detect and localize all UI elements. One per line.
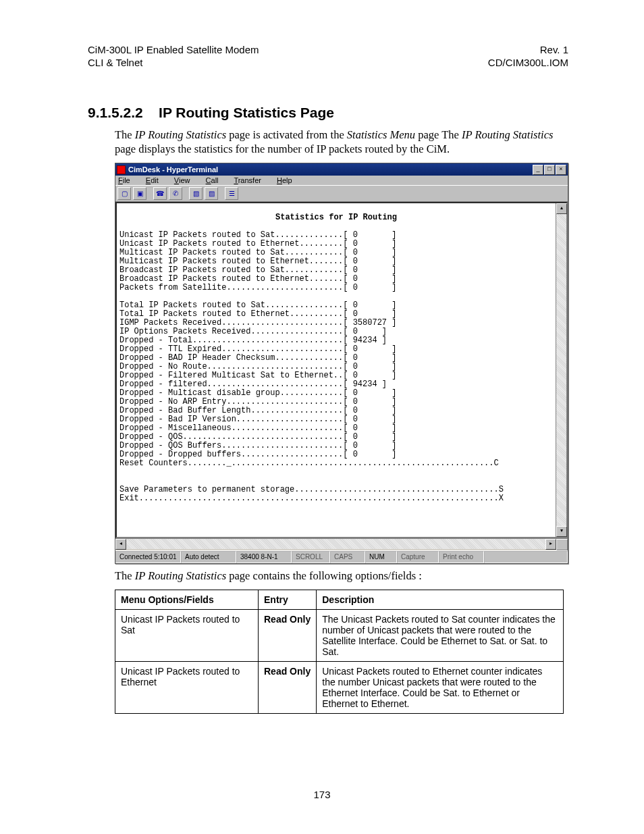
status-printecho: Print echo: [439, 551, 484, 563]
cell-entry: Read Only: [259, 662, 317, 714]
status-bar: Connected 5:10:01 Auto detect 38400 8-N-…: [115, 550, 568, 563]
toolbar: ▢ ▣ ☎ ✆ ▧ ▨ ☰: [115, 185, 568, 202]
after-terminal-text: The IP Routing Statistics page contains …: [115, 569, 568, 583]
status-scroll: SCROLL: [292, 551, 330, 563]
table-row: Unicast IP Packets routed to SatRead Onl…: [115, 610, 564, 662]
header-right-1: Rev. 1: [488, 44, 568, 57]
horizontal-scrollbar[interactable]: ◂ ▸: [115, 539, 556, 549]
scroll-right-icon[interactable]: ▸: [545, 539, 556, 550]
menu-transfer[interactable]: Transfer: [234, 176, 268, 184]
table-head-menu: Menu Options/Fields: [115, 590, 259, 610]
toolbar-connect-icon[interactable]: ☎: [153, 187, 167, 200]
header-left-2: CLI & Telnet: [88, 57, 259, 70]
cell-menu-option: Unicast IP Packets routed to Ethernet: [115, 662, 259, 714]
cell-description: Unicast Packets routed to Ethernet count…: [317, 662, 564, 714]
page-header: CiM-300L IP Enabled Satellite Modem CLI …: [88, 44, 568, 70]
terminal-output[interactable]: Statistics for IP Routing Unicast IP Pac…: [117, 203, 556, 537]
table-row: Unicast IP Packets routed to EthernetRea…: [115, 662, 564, 714]
cell-menu-option: Unicast IP Packets routed to Sat: [115, 610, 259, 662]
toolbar-new-icon[interactable]: ▢: [117, 187, 131, 200]
resize-grip-icon[interactable]: [556, 539, 568, 550]
vertical-scrollbar[interactable]: ▴ ▾: [556, 203, 566, 537]
menu-help[interactable]: Help: [277, 176, 299, 184]
toolbar-disconnect-icon[interactable]: ✆: [169, 187, 182, 200]
options-table: Menu Options/Fields Entry Description Un…: [115, 590, 564, 714]
section-heading: 9.1.5.2.2 IP Routing Statistics Page: [88, 105, 568, 121]
toolbar-receive-icon[interactable]: ▨: [205, 187, 218, 200]
status-capture: Capture: [397, 551, 439, 563]
minimize-button[interactable]: _: [533, 165, 543, 175]
status-detect: Auto detect: [181, 551, 236, 563]
toolbar-properties-icon[interactable]: ☰: [225, 187, 238, 200]
header-right-2: CD/CIM300L.IOM: [488, 57, 568, 70]
cell-entry: Read Only: [259, 610, 317, 662]
scroll-left-icon[interactable]: ◂: [115, 539, 126, 550]
menu-edit[interactable]: Edit: [146, 176, 165, 184]
scroll-down-icon[interactable]: ▾: [556, 526, 567, 537]
section-title-text: IP Routing Statistics Page: [159, 105, 334, 120]
menu-bar[interactable]: File Edit View Call Transfer Help: [115, 176, 568, 185]
app-icon: [117, 165, 126, 174]
toolbar-send-icon[interactable]: ▧: [189, 187, 203, 200]
toolbar-open-icon[interactable]: ▣: [133, 187, 146, 200]
table-head-entry: Entry: [259, 590, 317, 610]
status-caps: CAPS: [330, 551, 365, 563]
section-number: 9.1.5.2.2: [88, 105, 143, 120]
menu-view[interactable]: View: [174, 176, 197, 184]
terminal-lines: Unicast IP Packets routed to Sat........…: [119, 231, 553, 503]
scroll-up-icon[interactable]: ▴: [556, 203, 567, 214]
window-titlebar[interactable]: CimDesk - HyperTerminal _ □ ×: [115, 163, 568, 176]
maximize-button[interactable]: □: [544, 165, 555, 175]
window-title: CimDesk - HyperTerminal: [128, 165, 218, 174]
status-connected: Connected 5:10:01: [115, 551, 181, 563]
close-button[interactable]: ×: [556, 165, 566, 175]
menu-file[interactable]: File: [118, 176, 137, 184]
hyperterminal-window: CimDesk - HyperTerminal _ □ × File Edit …: [115, 163, 568, 564]
status-num: NUM: [365, 551, 397, 563]
header-left-1: CiM-300L IP Enabled Satellite Modem: [88, 44, 259, 57]
terminal-heading: Statistics for IP Routing: [119, 213, 553, 222]
page-number: 173: [0, 789, 644, 800]
status-baud: 38400 8-N-1: [236, 551, 292, 563]
intro-paragraph: The IP Routing Statistics page is activa…: [115, 128, 568, 157]
cell-description: The Unicast Packets routed to Sat counte…: [317, 610, 564, 662]
menu-call[interactable]: Call: [206, 176, 225, 184]
table-head-description: Description: [317, 590, 564, 610]
